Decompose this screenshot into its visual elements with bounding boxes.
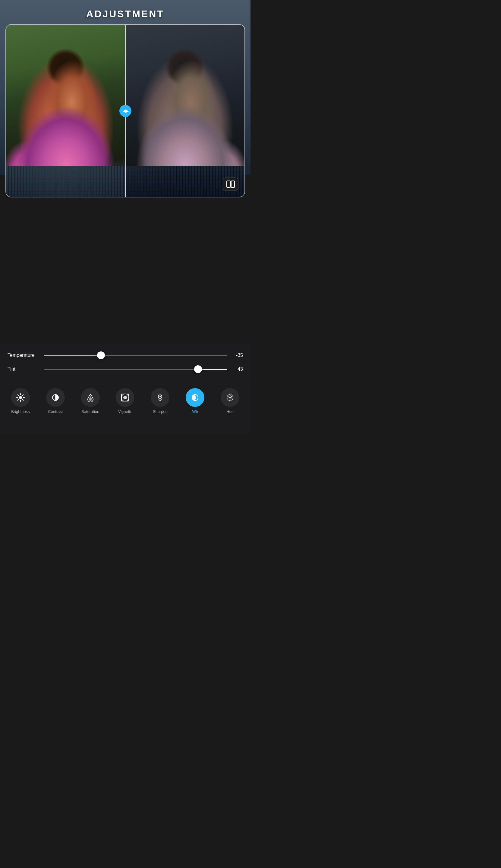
tint-value: 43 xyxy=(231,366,243,372)
vignette-icon-circle xyxy=(116,388,135,407)
brightness-icon-circle xyxy=(11,388,30,407)
svg-point-29 xyxy=(230,394,230,395)
compare-left-panel xyxy=(6,25,125,197)
svg-point-4 xyxy=(19,396,22,399)
hue-icon xyxy=(225,393,235,402)
compare-right-panel xyxy=(125,25,245,197)
sharpen-icon xyxy=(156,393,164,402)
vignette-label: Vignette xyxy=(118,409,132,414)
vignette-icon xyxy=(120,393,130,402)
controls-area: Temperature -35 Tint 43 xyxy=(0,344,250,434)
svg-rect-0 xyxy=(227,181,230,187)
compare-toggle-icon xyxy=(226,180,235,188)
comparison-frame[interactable]: ◀▶ xyxy=(6,24,245,197)
temperature-track[interactable] xyxy=(44,355,227,356)
saturation-icon-circle xyxy=(81,388,100,407)
sharpen-label: Sharpen xyxy=(153,409,168,414)
compare-toggle-button[interactable] xyxy=(223,178,238,191)
contrast-icon xyxy=(51,393,60,402)
tools-row: Brightness Contrast Saturation xyxy=(0,385,250,420)
temperature-fill xyxy=(44,355,101,356)
fence-left xyxy=(6,166,125,197)
page-title: ADJUSTMENT xyxy=(86,9,164,19)
tint-label: Tint xyxy=(8,366,41,372)
svg-point-16 xyxy=(123,396,127,399)
tint-fill xyxy=(198,369,227,370)
split-handle-button[interactable]: ◀▶ xyxy=(119,105,131,117)
temperature-value: -35 xyxy=(231,353,243,358)
tool-item-hue[interactable]: Hue xyxy=(221,388,239,414)
wb-icon-circle xyxy=(186,388,204,407)
svg-point-23 xyxy=(159,396,161,397)
tint-track[interactable] xyxy=(44,369,227,370)
tint-slider-row: Tint 43 xyxy=(8,366,243,372)
svg-line-11 xyxy=(23,395,23,396)
wb-icon xyxy=(191,393,200,402)
svg-point-30 xyxy=(232,396,233,397)
wb-label: Wb xyxy=(192,409,198,414)
contrast-label: Contrast xyxy=(48,409,63,414)
sliders-section: Temperature -35 Tint 43 xyxy=(0,344,250,385)
svg-point-33 xyxy=(227,399,227,400)
svg-point-34 xyxy=(227,396,227,397)
tool-item-vignette[interactable]: Vignette xyxy=(116,388,135,414)
saturation-label: Saturation xyxy=(82,409,99,414)
saturation-icon xyxy=(86,393,95,402)
hue-label: Hue xyxy=(226,409,234,414)
title-bar: ADJUSTMENT xyxy=(0,9,250,20)
tool-item-brightness[interactable]: Brightness xyxy=(11,388,30,414)
brightness-icon xyxy=(16,393,25,402)
temperature-thumb[interactable] xyxy=(97,351,105,359)
tool-item-wb[interactable]: Wb xyxy=(186,388,204,414)
hue-icon-circle xyxy=(221,388,239,407)
tool-item-saturation[interactable]: Saturation xyxy=(81,388,100,414)
svg-point-25 xyxy=(194,396,196,399)
svg-line-10 xyxy=(23,400,23,400)
svg-line-12 xyxy=(18,400,18,400)
svg-rect-1 xyxy=(231,181,235,187)
split-handle-icon: ◀▶ xyxy=(123,108,128,113)
temperature-label: Temperature xyxy=(8,353,41,358)
svg-line-9 xyxy=(18,395,18,396)
tool-item-sharpen[interactable]: Sharpen xyxy=(151,388,169,414)
svg-point-28 xyxy=(229,397,231,398)
tint-thumb[interactable] xyxy=(194,365,202,373)
sharpen-icon-circle xyxy=(151,388,169,407)
contrast-icon-circle xyxy=(46,388,65,407)
temperature-slider-row: Temperature -35 xyxy=(8,353,243,358)
brightness-label: Brightness xyxy=(11,409,30,414)
tool-item-contrast[interactable]: Contrast xyxy=(46,388,65,414)
svg-point-32 xyxy=(230,400,230,401)
svg-point-31 xyxy=(232,399,233,400)
